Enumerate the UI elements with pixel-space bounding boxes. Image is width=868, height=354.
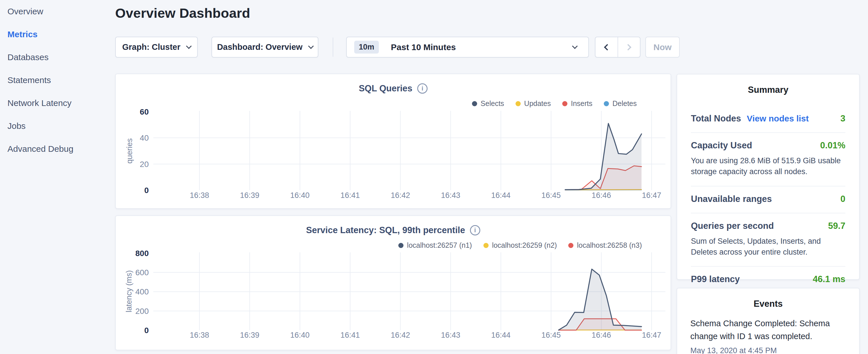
time-pager [595, 37, 641, 58]
summary-row-value: 46.1 ms [813, 274, 845, 284]
svg-text:16:45: 16:45 [541, 331, 561, 340]
time-range-label: Past 10 Minutes [391, 42, 456, 52]
chart-title: Service Latency: SQL, 99th percentile [306, 225, 465, 235]
dashboard-dropdown[interactable]: Dashboard: Overview [212, 37, 318, 58]
legend-dot-icon [472, 101, 477, 106]
summary-row-value: 3 [840, 114, 845, 124]
view-nodes-link[interactable]: View nodes list [747, 114, 809, 123]
legend-item: Selects [472, 99, 504, 108]
time-back-button[interactable] [595, 37, 618, 57]
legend-item: localhost:26257 (n1) [398, 241, 472, 250]
sidebar-item-jobs[interactable]: Jobs [0, 115, 109, 137]
summary-row-value: 0 [840, 194, 845, 204]
svg-text:16:39: 16:39 [240, 331, 260, 340]
legend-dot-icon [398, 243, 403, 248]
legend-label: localhost:26257 (n1) [407, 241, 472, 250]
sidebar-item-overview[interactable]: Overview [0, 0, 109, 23]
time-range-selector[interactable]: 10m Past 10 Minutes [346, 37, 589, 58]
summary-row-label: Queries per second [691, 221, 774, 231]
events-panel: Events Schema Change Completed: Schema c… [677, 288, 860, 354]
svg-text:0: 0 [144, 186, 149, 195]
svg-text:600: 600 [135, 268, 149, 277]
events-list: Schema Change Completed: Schema change w… [690, 317, 846, 354]
page-title: Overview Dashboard [115, 5, 250, 21]
chart-legend: localhost:26257 (n1)localhost:26259 (n2)… [398, 241, 642, 250]
legend-dot-icon [604, 101, 609, 106]
svg-text:16:41: 16:41 [340, 191, 360, 200]
summary-title: Summary [677, 85, 859, 95]
chevron-down-icon [572, 43, 578, 49]
summary-row-label: Capacity Used [691, 140, 752, 151]
svg-text:16:42: 16:42 [391, 331, 410, 340]
event-timestamp: May 13, 2020 at 4:45 PM [690, 346, 846, 354]
summary-row-description: Sum of Selects, Updates, Inserts, and De… [691, 236, 845, 258]
summary-rows: Total NodesView nodes list3Capacity Used… [691, 106, 845, 293]
svg-text:16:47: 16:47 [642, 191, 661, 200]
svg-text:40: 40 [140, 133, 149, 142]
page: OverviewMetricsDatabasesStatementsNetwor… [0, 0, 868, 354]
svg-text:16:38: 16:38 [190, 191, 209, 200]
sidebar-item-metrics[interactable]: Metrics [0, 23, 109, 46]
svg-text:800: 800 [135, 249, 149, 258]
legend-label: localhost:26258 (n3) [577, 241, 642, 250]
summary-row-value: 0.01% [820, 140, 845, 151]
service-latency-chart-card: Service Latency: SQL, 99th percentile i … [115, 215, 671, 350]
legend-label: Updates [524, 99, 551, 108]
legend-dot-icon [568, 243, 574, 248]
svg-text:16:40: 16:40 [290, 191, 310, 200]
svg-text:16:46: 16:46 [592, 191, 611, 200]
sql-queries-chart-card: SQL Queries i SelectsUpdatesInsertsDelet… [115, 74, 671, 209]
legend-label: Selects [480, 99, 504, 108]
summary-row-description: You are using 28.6 MiB of 515.9 GiB usab… [691, 155, 845, 177]
svg-text:16:43: 16:43 [441, 191, 461, 200]
sidebar: OverviewMetricsDatabasesStatementsNetwor… [0, 0, 109, 160]
now-button[interactable]: Now [645, 37, 680, 58]
svg-text:16:44: 16:44 [491, 191, 510, 200]
sql-queries-chart: 16:3816:3916:4016:4116:4216:4316:4416:45… [116, 74, 671, 208]
svg-text:queries: queries [125, 138, 134, 164]
svg-text:16:43: 16:43 [441, 331, 461, 340]
time-forward-button[interactable] [618, 37, 640, 57]
info-icon[interactable]: i [470, 225, 480, 235]
service-latency-chart: 16:3816:3916:4016:4116:4216:4316:4416:45… [116, 216, 671, 350]
graph-dropdown[interactable]: Graph: Cluster [115, 37, 198, 58]
chevron-left-icon [604, 44, 611, 51]
svg-text:400: 400 [135, 287, 149, 296]
svg-text:16:47: 16:47 [642, 331, 661, 340]
svg-text:20: 20 [140, 160, 149, 169]
svg-text:16:45: 16:45 [541, 191, 561, 200]
events-title: Events [677, 299, 859, 309]
svg-text:16:44: 16:44 [491, 331, 510, 340]
summary-row-label: Total Nodes [691, 114, 741, 124]
svg-text:16:42: 16:42 [391, 191, 410, 200]
svg-text:16:41: 16:41 [340, 331, 360, 340]
svg-text:16:40: 16:40 [290, 331, 310, 340]
summary-row: Queries per second59.7Sum of Selects, Up… [691, 213, 845, 267]
legend-item: localhost:26258 (n3) [568, 241, 642, 250]
svg-text:16:46: 16:46 [592, 331, 611, 340]
legend-dot-icon [484, 243, 489, 248]
summary-panel: Summary Total NodesView nodes list3Capac… [677, 74, 860, 280]
sidebar-item-statements[interactable]: Statements [0, 69, 109, 92]
svg-text:latency (ms): latency (ms) [125, 270, 133, 312]
svg-text:16:39: 16:39 [240, 191, 260, 200]
legend-item: localhost:26259 (n2) [484, 241, 557, 250]
summary-row: Total NodesView nodes list3 [691, 106, 845, 133]
summary-row: Capacity Used0.01%You are using 28.6 MiB… [691, 133, 845, 187]
svg-text:60: 60 [140, 107, 149, 116]
chevron-down-icon [308, 43, 314, 49]
legend-label: localhost:26259 (n2) [492, 241, 557, 250]
legend-item: Updates [516, 99, 551, 108]
sidebar-item-network-latency[interactable]: Network Latency [0, 92, 109, 115]
sidebar-item-advanced-debug[interactable]: Advanced Debug [0, 137, 109, 160]
graph-dropdown-label: Graph: Cluster [122, 42, 180, 52]
summary-row-label: P99 latency [691, 274, 740, 284]
legend-item: Deletes [604, 99, 637, 108]
event-message: Schema Change Completed: Schema change w… [690, 317, 846, 343]
controls-divider [333, 37, 333, 57]
sidebar-item-databases[interactable]: Databases [0, 46, 109, 69]
info-icon[interactable]: i [417, 83, 428, 94]
legend-item: Inserts [562, 99, 592, 108]
legend-dot-icon [516, 101, 521, 106]
summary-row: Unavailable ranges0 [691, 187, 845, 213]
